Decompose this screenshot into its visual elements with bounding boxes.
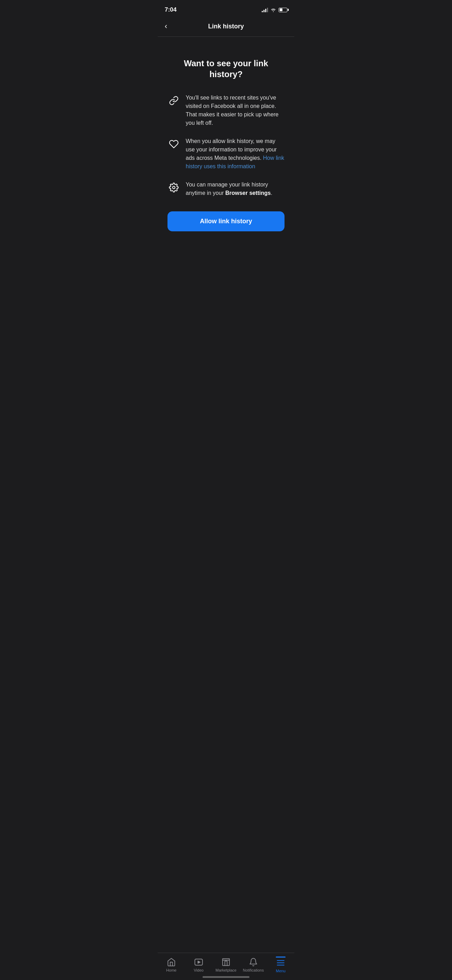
allow-link-history-button[interactable]: Allow link history [167, 212, 285, 231]
feature-item-heart: When you allow link history, we may use … [167, 137, 285, 171]
heart-icon [167, 138, 180, 150]
battery-icon [279, 8, 287, 12]
hero-title: Want to see your link history? [167, 58, 285, 80]
feature-text-heart: When you allow link history, we may use … [186, 137, 285, 171]
feature-text-settings: You can manage your link history anytime… [186, 180, 285, 197]
back-button[interactable]: ‹ [165, 21, 170, 32]
status-icons [262, 7, 287, 12]
hero-section: Want to see your link history? [167, 58, 285, 80]
feature-text-link: You'll see links to recent sites you've … [186, 94, 285, 127]
svg-point-0 [173, 186, 175, 189]
page-title: Link history [208, 23, 244, 30]
link-icon [167, 94, 180, 107]
info-link[interactable]: How link history uses this information [186, 155, 284, 169]
wifi-icon [270, 7, 277, 12]
settings-icon [167, 181, 180, 194]
feature-item-settings: You can manage your link history anytime… [167, 180, 285, 197]
signal-icon [262, 7, 268, 12]
feature-item-link: You'll see links to recent sites you've … [167, 94, 285, 127]
main-content: Want to see your link history? You'll se… [158, 37, 294, 252]
feature-list: You'll see links to recent sites you've … [167, 94, 285, 197]
status-time: 7:04 [165, 6, 177, 13]
status-bar: 7:04 [158, 0, 294, 18]
nav-header: ‹ Link history [158, 18, 294, 37]
